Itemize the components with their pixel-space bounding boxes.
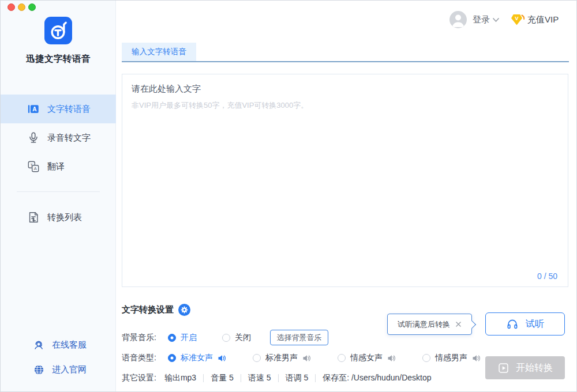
bg-music-option-off[interactable]: 关闭 bbox=[222, 333, 251, 343]
other-settings-row: 其它设置: 输出mp3 音量 5 语速 5 语调 5 保存至: /Users/h… bbox=[122, 374, 431, 383]
speaker-icon bbox=[218, 354, 226, 363]
customer-service-icon bbox=[33, 339, 45, 351]
app-title: 迅捷文字转语音 bbox=[1, 53, 116, 65]
preview-button[interactable]: 试听 bbox=[485, 312, 565, 336]
convert-button-label: 开始转换 bbox=[516, 362, 553, 374]
bg-music-label: 背景音乐: bbox=[122, 333, 156, 343]
maximize-window-button[interactable] bbox=[28, 3, 36, 11]
output-format-setting[interactable]: 输出mp3 bbox=[164, 373, 196, 383]
speaker-icon bbox=[387, 354, 396, 363]
conversion-list-icon bbox=[27, 211, 40, 224]
volume-setting[interactable]: 音量 5 bbox=[211, 373, 234, 383]
radio-emotional-female[interactable] bbox=[338, 354, 346, 362]
preview-tooltip: 试听满意后转换 bbox=[387, 314, 472, 335]
sidebar-item-translate[interactable]: T A 翻译 bbox=[1, 152, 116, 181]
recharge-vip-button[interactable]: 充值VIP bbox=[527, 14, 559, 25]
sidebar: 迅捷文字转语音 A 文字转语音 录音转文字 bbox=[1, 1, 116, 392]
avatar[interactable] bbox=[449, 11, 467, 28]
radio-on[interactable] bbox=[168, 334, 176, 342]
svg-text:A: A bbox=[34, 166, 37, 171]
sidebar-item-label: 录音转文字 bbox=[47, 133, 91, 144]
choose-bg-music-button[interactable]: 选择背景音乐 bbox=[270, 330, 328, 345]
close-window-button[interactable] bbox=[8, 3, 15, 11]
voice-type-label: 语音类型: bbox=[122, 353, 156, 363]
bg-music-row: 背景音乐: 开启 关闭 bbox=[122, 333, 251, 342]
sidebar-nav: A 文字转语音 录音转文字 T A bbox=[1, 95, 116, 181]
sidebar-item-speech-to-text[interactable]: 录音转文字 bbox=[1, 123, 116, 152]
pitch-setting[interactable]: 语调 5 bbox=[286, 373, 309, 383]
speaker-icon bbox=[472, 354, 481, 363]
close-icon[interactable] bbox=[455, 321, 462, 327]
tab-input-text-to-speech[interactable]: 输入文字转语音 bbox=[122, 43, 196, 61]
bg-music-option-on[interactable]: 开启 bbox=[168, 333, 197, 343]
app-window: 迅捷文字转语音 A 文字转语音 录音转文字 bbox=[0, 0, 577, 392]
separator bbox=[241, 374, 241, 382]
settings-title-row: 文字转换设置 bbox=[122, 304, 190, 316]
speaker-icon bbox=[302, 354, 311, 363]
sidebar-item-label: 转换列表 bbox=[47, 212, 82, 223]
window-controls bbox=[8, 3, 36, 11]
other-settings-label: 其它设置: bbox=[122, 373, 156, 383]
separator bbox=[278, 374, 279, 382]
login-button[interactable]: 登录 bbox=[473, 14, 490, 25]
char-counter: 0 / 50 bbox=[537, 272, 557, 281]
sidebar-footer: 在线客服 进入官网 bbox=[1, 333, 116, 382]
radio-standard-female[interactable] bbox=[168, 354, 176, 362]
minimize-window-button[interactable] bbox=[18, 3, 25, 11]
gear-icon[interactable] bbox=[178, 304, 190, 316]
headphones-icon bbox=[506, 318, 519, 330]
preview-button-label: 试听 bbox=[526, 318, 544, 330]
save-path-setting[interactable]: 保存至: /Users/hudun/Desktop bbox=[323, 373, 431, 383]
voice-option-emotional-female[interactable]: 情感女声 bbox=[338, 353, 396, 363]
tooltip-arrow bbox=[468, 321, 476, 329]
separator bbox=[315, 374, 316, 382]
sidebar-item-text-to-speech[interactable]: A 文字转语音 bbox=[1, 95, 116, 123]
tab-underline bbox=[122, 61, 569, 62]
sidebar-item-label: 翻译 bbox=[47, 161, 65, 172]
chevron-down-icon[interactable] bbox=[492, 17, 500, 22]
vip-badge-icon: V bbox=[509, 12, 525, 27]
placeholder-hint: 非VIP用户最多可转换50字，充值VIP可转换3000字。 bbox=[132, 100, 308, 111]
voice-option-standard-female[interactable]: 标准女声 bbox=[168, 353, 226, 363]
radio-emotional-male[interactable] bbox=[422, 354, 430, 362]
start-convert-button[interactable]: 开始转换 bbox=[485, 356, 565, 379]
text-input-area[interactable]: 请在此处输入文字 非VIP用户最多可转换50字，充值VIP可转换3000字。 0… bbox=[122, 74, 568, 287]
tooltip-text: 试听满意后转换 bbox=[398, 319, 450, 330]
settings-title: 文字转换设置 bbox=[122, 304, 174, 315]
footer-link-label: 进入官网 bbox=[52, 364, 87, 375]
voice-option-standard-male[interactable]: 标准男声 bbox=[253, 353, 311, 363]
radio-standard-male[interactable] bbox=[253, 354, 261, 362]
placeholder-title: 请在此处输入文字 bbox=[132, 84, 201, 95]
official-site-link[interactable]: 进入官网 bbox=[1, 357, 116, 382]
user-icon bbox=[449, 11, 467, 28]
globe-icon bbox=[33, 364, 45, 376]
sidebar-item-conversion-list[interactable]: 转换列表 bbox=[1, 203, 116, 232]
sidebar-item-label: 文字转语音 bbox=[47, 104, 91, 115]
text-to-speech-icon: A bbox=[27, 103, 40, 115]
play-icon bbox=[497, 362, 509, 374]
separator bbox=[203, 374, 204, 382]
app-logo-icon bbox=[44, 17, 72, 44]
translate-icon: T A bbox=[27, 160, 40, 173]
svg-text:A: A bbox=[32, 106, 37, 112]
microphone-icon bbox=[27, 131, 40, 144]
radio-off[interactable] bbox=[222, 334, 230, 342]
svg-text:V: V bbox=[515, 15, 519, 21]
voice-type-row: 语音类型: 标准女声 标准男声 情感女声 情感男声 bbox=[122, 353, 481, 363]
speed-setting[interactable]: 语速 5 bbox=[248, 373, 271, 383]
sidebar-divider bbox=[17, 191, 100, 192]
online-support-link[interactable]: 在线客服 bbox=[1, 333, 116, 357]
footer-link-label: 在线客服 bbox=[52, 340, 87, 350]
voice-option-emotional-male[interactable]: 情感男声 bbox=[422, 353, 481, 363]
